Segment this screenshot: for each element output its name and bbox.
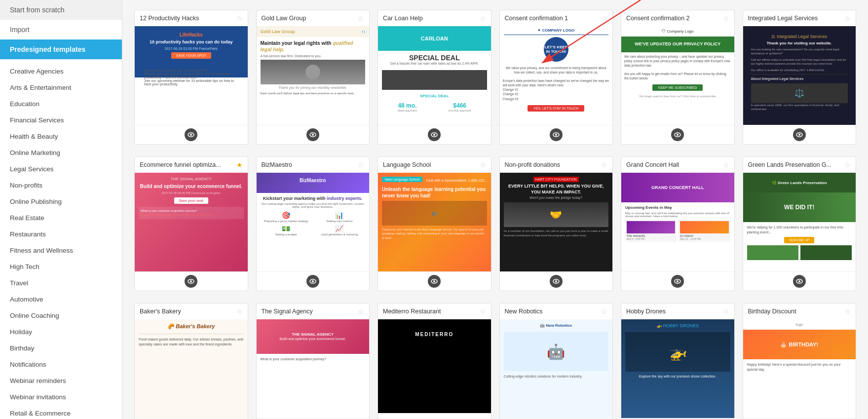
preview-subtitle: May is coming fast, and we'll be celebra… <box>625 212 730 218</box>
preview-body: What is your customer acquisition journe… <box>139 207 244 219</box>
star-icon[interactable]: ☆ <box>358 14 364 22</box>
star-icon[interactable]: ☆ <box>480 161 486 169</box>
sidebar: Start from scratch Import Predesigned te… <box>0 0 122 419</box>
template-title: Green Lands Preservation G... <box>748 161 843 168</box>
template-header: Integrated Legal Services ☆ <box>743 10 856 26</box>
template-card-legal[interactable]: Integrated Legal Services ☆ ⚖ Integrated… <box>743 10 857 145</box>
star-icon[interactable]: ☆ <box>723 307 729 315</box>
preview-eye-button[interactable] <box>550 128 563 141</box>
preview-text: We care about protecting your privacy – … <box>621 52 734 70</box>
predesigned-templates[interactable]: Predesigned templates <box>0 39 122 59</box>
template-card-nonprofit[interactable]: Non-profit donations ☆ HART CITY FOUNDAT… <box>499 156 613 291</box>
sidebar-item-real-estate[interactable]: Real Estate <box>0 210 122 226</box>
preview-item-2: 📊 Setting core metrics <box>314 211 365 223</box>
template-preview: GRAND CONCERT HALL Upcoming Events in Ma… <box>621 173 734 271</box>
template-preview: 🚁 HOBBY DRONES 🚁 Explore the sky with ou… <box>621 319 734 418</box>
sidebar-item-online-marketing[interactable]: Online Marketing <box>0 145 122 161</box>
template-card-bakery[interactable]: Baker's Bakery ☆ 🥐 Baker's Bakery Fresh … <box>134 303 248 419</box>
star-icon[interactable]: ☆ <box>601 307 607 315</box>
sidebar-item-retail-ecommerce[interactable]: Retail & Ecommerce <box>0 405 122 419</box>
template-title: The Signal Agency <box>262 308 356 315</box>
preview-eye-button[interactable] <box>550 275 563 288</box>
preview-changes: Europe's data protection laws have chang… <box>500 76 613 103</box>
preview-eye-button[interactable] <box>306 128 319 141</box>
template-card-drones[interactable]: Hobby Drones ☆ 🚁 HOBBY DRONES 🚁 Explore … <box>621 303 735 419</box>
preview-label: Setting core metrics <box>314 220 365 223</box>
sidebar-item-legal-services[interactable]: Legal Services <box>0 161 122 177</box>
star-icon[interactable]: ☆ <box>601 161 607 169</box>
sidebar-item-high-tech[interactable]: High Tech <box>0 259 122 275</box>
sidebar-item-webinar-reminders[interactable]: Webinar reminders <box>0 373 122 389</box>
template-preview: CARLOAN SPECIAL DEAL Get a hassle-free c… <box>378 26 491 125</box>
star-icon[interactable]: ☆ <box>358 307 364 315</box>
template-card-gold-law[interactable]: Gold Law Group ☆ Gold Law Group f t Main… <box>256 10 370 145</box>
template-card-consent1[interactable]: Consent confirmation 1 ☆ ✦ COMPANY LOGO … <box>499 10 613 145</box>
star-icon[interactable]: ☆ <box>723 161 729 169</box>
sidebar-item-health-beauty[interactable]: Health & Beauty <box>0 128 122 145</box>
sidebar-item-financial-services[interactable]: Financial Services <box>0 112 122 128</box>
template-title: BizMaestro <box>262 161 356 168</box>
preview-eye-button[interactable] <box>671 275 684 288</box>
template-card-ecommerce[interactable]: Ecommerce funnel optimiza... ★ THE SIGNA… <box>134 156 248 291</box>
preview-contact: Chat with a representative: 1-888-123... <box>426 179 487 182</box>
svg-point-23 <box>677 280 679 282</box>
template-card-bizmaestro[interactable]: BizMaestro ☆ BizMaestro 🎵 Kickstart your… <box>256 156 370 291</box>
preview-value: 48 mo. <box>398 102 417 109</box>
sidebar-item-online-publishing[interactable]: Online Publishing <box>0 193 122 210</box>
template-footer <box>378 125 491 144</box>
preview-eye-button[interactable] <box>306 275 319 288</box>
logo-box: HART CITY FOUNDATION <box>533 177 579 182</box>
star-icon[interactable]: ☆ <box>723 14 729 22</box>
sidebar-item-education[interactable]: Education <box>0 96 122 112</box>
template-title: Birthday Discount <box>748 308 843 315</box>
template-card-language[interactable]: Language School ☆ New Language School Ch… <box>377 156 491 291</box>
template-preview: 🌿 Green Lands Preservation WE DID IT! We… <box>743 173 856 271</box>
star-icon[interactable]: ☆ <box>236 14 243 22</box>
preview-eye-button[interactable] <box>428 128 441 141</box>
star-icon[interactable]: ☆ <box>236 307 243 315</box>
template-card-mediterro[interactable]: Mediterro Restaurant ☆ MEDITERRO <box>377 303 491 419</box>
star-icon[interactable]: ☆ <box>601 14 607 22</box>
sidebar-item-online-coaching[interactable]: Online Coaching <box>0 307 122 324</box>
star-icon[interactable]: ★ <box>236 161 243 169</box>
template-card-robotics[interactable]: New Robotics ☆ 🤖 New Robotics 🤖 Cutting-… <box>499 303 613 419</box>
star-icon[interactable]: ☆ <box>844 161 851 169</box>
sidebar-item-arts-entertainment[interactable]: Arts & Entertainment <box>0 79 122 96</box>
preview-eye-button[interactable] <box>671 128 684 141</box>
preview-eye-button[interactable] <box>185 128 197 141</box>
template-card-concert[interactable]: Grand Concert Hall ☆ GRAND CONCERT HALL … <box>621 156 735 291</box>
star-icon[interactable]: ☆ <box>844 14 851 22</box>
sidebar-item-automotive[interactable]: Automotive <box>0 291 122 307</box>
sidebar-item-nonprofits[interactable]: Non-profits <box>0 177 122 193</box>
preview-image: ⚖️ <box>751 83 848 103</box>
sidebar-item-webinar-invitations[interactable]: Webinar invitations <box>0 389 122 405</box>
sidebar-item-creative-agencies[interactable]: Creative Agencies <box>0 63 122 79</box>
sidebar-item-notifications[interactable]: Notifications <box>0 356 122 373</box>
template-card-productivity[interactable]: 12 Productivity Hacks ☆ LifeHacks 10 pro… <box>134 10 248 145</box>
star-icon[interactable]: ☆ <box>358 161 364 169</box>
event-date-1: May 3 · 8:00 PM <box>627 237 675 240</box>
preview-unsubscribe: No longer want to hear from us? Click he… <box>621 93 734 100</box>
import[interactable]: Import <box>0 20 122 39</box>
preview-eye-button[interactable] <box>793 128 806 141</box>
concert-event-2: DJ GREAT May 15 · 10:00 PM <box>679 220 730 242</box>
preview-subtitle: We're rallying for 1,000 volunteers to p… <box>747 225 852 235</box>
preview-eye-button[interactable] <box>428 275 441 288</box>
template-card-greenlands[interactable]: Green Lands Preservation G... ☆ 🌿 Green … <box>743 156 857 291</box>
sidebar-item-restaurants[interactable]: Restaurants <box>0 226 122 242</box>
preview-eye-button[interactable] <box>185 275 197 288</box>
sidebar-item-birthday[interactable]: Birthday <box>0 340 122 356</box>
event-image-1 <box>627 221 675 233</box>
star-icon[interactable]: ☆ <box>480 307 486 315</box>
template-card-car-loan[interactable]: Car Loan Help ☆ CARLOAN SPECIAL DEAL Get… <box>377 10 491 145</box>
template-card-consent2[interactable]: Consent confirmation 2 ☆ 🛡 Company Logo … <box>621 10 735 145</box>
preview-eye-button[interactable] <box>793 275 806 288</box>
star-icon[interactable]: ☆ <box>844 307 851 315</box>
sidebar-item-fitness[interactable]: Fitness and Wellness <box>0 242 122 259</box>
star-icon[interactable]: ☆ <box>480 14 486 22</box>
sidebar-item-holiday[interactable]: Holiday <box>0 324 122 340</box>
template-card-birthday[interactable]: Birthday Discount ☆ logo 🎂 BIRTHDAY! Hap… <box>743 303 857 419</box>
template-card-signal[interactable]: The Signal Agency ☆ THE SIGNAL AGENCYBui… <box>256 303 370 419</box>
sidebar-item-travel[interactable]: Travel <box>0 275 122 291</box>
start-from-scratch[interactable]: Start from scratch <box>0 0 122 20</box>
